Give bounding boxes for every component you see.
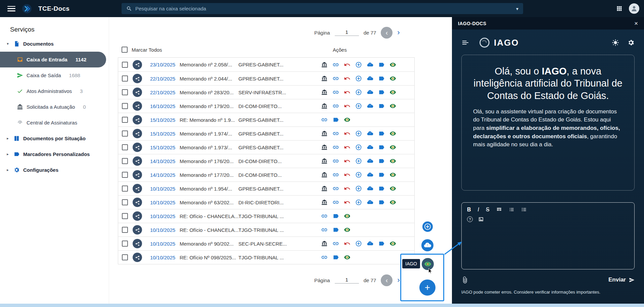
next-page-button[interactable]: › — [397, 28, 400, 37]
undo-icon[interactable] — [343, 171, 351, 178]
upload-icon[interactable]: ↑ — [366, 89, 374, 96]
view-icon[interactable] — [389, 171, 397, 178]
autuar-icon[interactable] — [321, 240, 328, 247]
help-button[interactable]: ? — [467, 216, 473, 222]
prev-page-button[interactable]: ‹ — [381, 274, 393, 286]
link-icon[interactable] — [321, 226, 328, 234]
undo-icon[interactable] — [343, 144, 351, 151]
table-row[interactable]: 15/10/2025Memorando nº 1.973/...GPRES-GA… — [118, 140, 414, 154]
attach-paperclip-icon[interactable] — [461, 276, 469, 284]
view-icon[interactable] — [389, 61, 397, 68]
upload-icon[interactable]: ↑ — [366, 199, 374, 206]
row-title[interactable]: RE: Ofício - CHANCELA... — [180, 227, 238, 233]
row-title[interactable]: Memorando nº 176/20... — [180, 158, 238, 164]
add-circle-icon[interactable] — [355, 130, 362, 137]
add-circle-icon[interactable] — [355, 144, 362, 151]
row-title[interactable]: Memorando nº 177/20... — [180, 172, 238, 178]
view-icon[interactable] — [389, 102, 397, 110]
autuar-icon[interactable] — [321, 61, 328, 68]
table-row[interactable]: 10/10/2025RE: Ofício - CHANCELA...TJGO-T… — [118, 223, 414, 237]
upload-icon[interactable]: ↑ — [366, 75, 374, 82]
add-circle-icon[interactable] — [355, 102, 362, 110]
upload-icon[interactable]: ↑ — [366, 130, 374, 137]
add-circle-icon[interactable] — [355, 171, 362, 178]
undo-icon[interactable] — [343, 130, 351, 137]
bold-button[interactable]: B — [467, 207, 471, 212]
autuar-icon[interactable] — [321, 75, 328, 82]
autuar-icon[interactable] — [321, 171, 328, 178]
row-title[interactable]: Memorando nº 1.954/... — [180, 186, 238, 192]
search-dropdown-caret-icon[interactable]: ▾ — [516, 6, 518, 11]
tag-icon[interactable] — [378, 89, 385, 96]
link-icon[interactable] — [321, 116, 328, 123]
user-avatar-button[interactable] — [629, 3, 639, 14]
row-checkbox[interactable] — [122, 254, 128, 260]
sidebar-item-caixa-entrada[interactable]: Caixa de Entrada 1142 — [0, 52, 106, 67]
row-checkbox[interactable] — [122, 89, 128, 95]
row-checkbox[interactable] — [122, 213, 128, 219]
sidebar-item-documentos-situacao[interactable]: ▸ Documentos por Situação — [0, 131, 109, 146]
prev-page-button[interactable]: ‹ — [381, 27, 393, 39]
mark-all-checkbox[interactable] — [122, 47, 128, 53]
table-row[interactable]: 22/10/2025Memorando nº 2.044/...GPRES-GA… — [118, 71, 414, 85]
table-row[interactable]: 16/10/2025Memorando nº 179/20...DI-COM-D… — [118, 99, 414, 113]
sidebar-item-marcadores[interactable]: ▸ Marcadores Personalizados — [0, 146, 109, 162]
row-date-link[interactable]: 23/10/2025 — [150, 62, 180, 67]
row-date-link[interactable]: 14/10/2025 — [150, 172, 180, 178]
autuar-icon[interactable] — [321, 185, 328, 192]
row-date-link[interactable]: 15/10/2025 — [150, 131, 180, 137]
sidebar-item-documentos[interactable]: ▾ Documentos — [0, 36, 109, 52]
link-icon[interactable] — [332, 75, 339, 82]
undo-icon[interactable] — [343, 75, 351, 82]
add-circle-icon[interactable] — [355, 240, 362, 247]
tag-icon[interactable] — [378, 199, 385, 206]
row-checkbox[interactable] — [122, 75, 128, 82]
upload-icon[interactable]: ↑ — [366, 171, 374, 178]
row-checkbox[interactable] — [122, 158, 128, 164]
sidebar-item-solicitada-autuacao[interactable]: Solicitada a Autuação 0 — [0, 99, 109, 115]
row-title[interactable]: Memorando nº 2.044/... — [180, 76, 238, 82]
row-date-link[interactable]: 16/10/2025 — [150, 103, 180, 109]
tag-icon[interactable] — [378, 185, 385, 192]
row-date-link[interactable]: 15/10/2025 — [150, 145, 180, 150]
tag-icon[interactable] — [378, 130, 385, 137]
table-row[interactable]: 10/10/2025Memorando nº 63/202...DI-RIC-D… — [118, 195, 414, 209]
table-row[interactable]: 10/10/2025Memorando nº 90/202...SEC-PLAN… — [118, 237, 414, 250]
undo-icon[interactable] — [343, 157, 351, 165]
autuar-icon[interactable] — [321, 157, 328, 165]
view-icon[interactable] — [389, 199, 397, 206]
row-date-link[interactable]: 10/10/2025 — [150, 227, 180, 233]
link-icon[interactable] — [332, 130, 339, 137]
panel-menu-icon[interactable] — [461, 39, 469, 47]
view-icon[interactable] — [343, 254, 351, 261]
sidebar-item-atos-administrativos[interactable]: Atos Administrativos 3 — [0, 83, 109, 99]
tag-icon[interactable] — [378, 157, 385, 165]
italic-button[interactable]: I — [478, 207, 479, 212]
upload-icon[interactable]: ↑ — [366, 61, 374, 68]
autuar-icon[interactable] — [321, 89, 328, 96]
page-input[interactable] — [335, 277, 359, 284]
bullet-list-button[interactable] — [509, 207, 514, 212]
add-circle-icon[interactable] — [355, 199, 362, 206]
undo-icon[interactable] — [343, 61, 351, 68]
hamburger-menu-button[interactable] — [7, 6, 15, 11]
autuar-icon[interactable] — [321, 130, 328, 137]
link-icon[interactable] — [332, 144, 339, 151]
link-icon[interactable] — [332, 240, 339, 247]
next-page-button[interactable]: › — [397, 276, 400, 285]
table-row[interactable]: 15/10/2025Memorando nº 1.974/...GPRES-GA… — [118, 126, 414, 140]
row-checkbox[interactable] — [122, 227, 128, 233]
tag-icon[interactable] — [378, 75, 385, 82]
upload-icon[interactable]: ↑ — [366, 144, 374, 151]
table-button[interactable] — [496, 207, 502, 212]
tag-icon[interactable] — [378, 171, 385, 178]
close-icon[interactable]: × — [634, 20, 638, 27]
row-title[interactable]: Memorando nº 90/202... — [180, 241, 238, 247]
sidebar-item-configuracoes[interactable]: ▸ Configurações — [0, 162, 109, 178]
image-button[interactable] — [478, 216, 484, 222]
tag-icon[interactable] — [332, 254, 339, 261]
numbered-list-button[interactable] — [521, 207, 527, 212]
apps-grid-button[interactable] — [616, 5, 623, 12]
row-date-link[interactable]: 22/10/2025 — [150, 76, 180, 82]
view-icon[interactable] — [389, 89, 397, 96]
